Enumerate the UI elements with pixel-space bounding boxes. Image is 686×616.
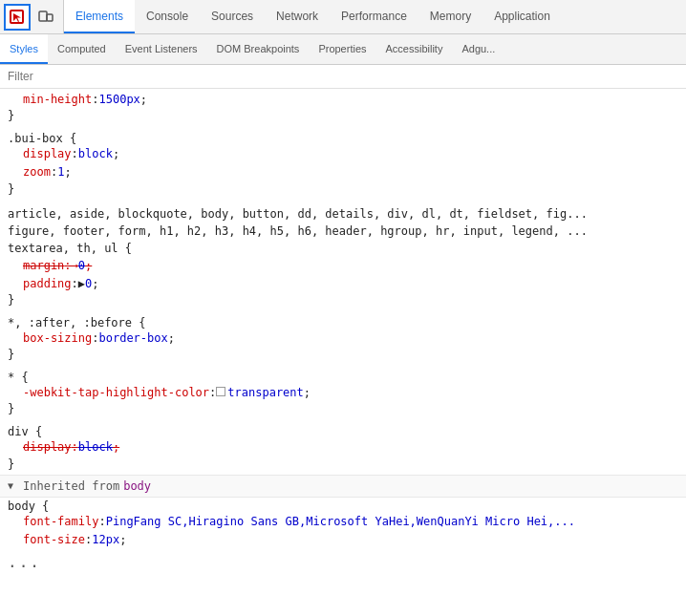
inherited-tag-label: body: [123, 479, 151, 493]
prop-line-margin: margin :→ 0 ;: [8, 257, 678, 275]
tab-network[interactable]: Network: [265, 0, 330, 33]
prop-value-webkit-tap: transparent: [227, 384, 303, 402]
prop-name-font-family: font-family: [8, 513, 98, 531]
prop-line-font-size: font-size : 12px ;: [8, 531, 678, 549]
prop-name-padding: padding: [8, 275, 72, 293]
tab-performance[interactable]: Performance: [330, 0, 418, 33]
top-nav-tabs: Elements Console Sources Network Perform…: [64, 0, 562, 33]
cursor-icon-btn[interactable]: [4, 4, 31, 31]
long-selector-text: article, aside, blockquote, body, button…: [8, 205, 678, 257]
css-rule-star-after-before: *, :after, :before { box-sizing : border…: [0, 314, 686, 365]
prop-line-min-height: min-height : 1500px ;: [8, 91, 678, 109]
subtab-computed[interactable]: Computed: [48, 34, 116, 64]
selector-star-after-before: *, :after, :before {: [8, 316, 678, 329]
subtab-dom-breakpoints[interactable]: DOM Breakpoints: [207, 34, 310, 64]
subtab-properties[interactable]: Properties: [309, 34, 375, 64]
prop-name-font-size: font-size: [8, 531, 85, 549]
prop-line-padding: padding :▶ 0 ;: [8, 275, 678, 293]
prop-name-display: display: [8, 145, 72, 163]
bottom-more-section: ···: [0, 553, 686, 579]
rule-close-brace-4: }: [8, 348, 678, 361]
subtab-styles[interactable]: Styles: [0, 34, 48, 64]
selector-body: body {: [8, 499, 678, 513]
filter-input[interactable]: [8, 70, 678, 83]
rule-close-brace-5: }: [8, 402, 678, 415]
prop-line-webkit-tap: -webkit-tap-highlight-color : transparen…: [8, 384, 678, 402]
css-rule-star: * { -webkit-tap-highlight-color : transp…: [0, 369, 686, 419]
prop-value-min-height: 1500px: [98, 91, 139, 109]
css-rule-min-height: min-height : 1500px ; }: [0, 89, 686, 126]
sub-nav: Styles Computed Event Listeners DOM Brea…: [0, 34, 686, 65]
top-nav: Elements Console Sources Network Perform…: [0, 0, 686, 34]
prop-value-margin: 0: [78, 257, 85, 275]
prop-line-display-block: display : block ;: [8, 145, 678, 163]
prop-value-div-display: block: [78, 438, 113, 457]
rule-close-brace-6: }: [8, 457, 678, 471]
prop-value-padding: 0: [85, 275, 92, 293]
selector-div: div {: [8, 425, 678, 438]
prop-name-margin: margin: [8, 257, 64, 275]
prop-value-font-size: 12px: [92, 531, 119, 549]
prop-value-box-sizing: border-box: [98, 329, 167, 348]
css-rule-long-selector: article, aside, blockquote, body, button…: [0, 203, 686, 310]
rule-close-brace-3: }: [8, 293, 678, 307]
device-toggle-btn[interactable]: [32, 4, 59, 31]
color-swatch-transparent[interactable]: [216, 387, 225, 396]
css-rule-div: div { display : block ; }: [0, 423, 686, 474]
selector-bui-box: .bui-box {: [8, 132, 678, 145]
subtab-accessibility[interactable]: Accessibility: [376, 34, 453, 64]
prop-value-display: block: [78, 145, 113, 163]
subtab-adgu[interactable]: Adgu...: [452, 34, 504, 64]
inherited-from-section: Inherited from body: [0, 475, 686, 498]
prop-line-zoom: zoom : 1 ;: [8, 163, 678, 181]
prop-name-div-display: display: [8, 438, 72, 457]
subtab-event-listeners[interactable]: Event Listeners: [116, 34, 207, 64]
prop-value-zoom: 1: [57, 163, 64, 181]
prop-line-box-sizing: box-sizing : border-box ;: [8, 329, 678, 348]
tab-sources[interactable]: Sources: [200, 0, 265, 33]
bottom-dots: ···: [8, 557, 41, 575]
prop-value-font-family: PingFang SC,Hiragino Sans GB,Microsoft Y…: [106, 513, 575, 531]
devtools-icons: [0, 0, 64, 33]
prop-name-zoom: zoom: [8, 163, 51, 181]
css-rule-bui-box: .bui-box { display : block ; zoom : 1 ; …: [0, 130, 686, 199]
prop-name-box-sizing: box-sizing: [8, 329, 92, 348]
tab-console[interactable]: Console: [135, 0, 200, 33]
css-rule-body: body { font-family : PingFang SC,Hiragin…: [0, 498, 686, 553]
tab-memory[interactable]: Memory: [418, 0, 482, 33]
filter-bar: [0, 65, 686, 89]
prop-line-font-family: font-family : PingFang SC,Hiragino Sans …: [8, 513, 678, 531]
prop-name-webkit-tap: -webkit-tap-highlight-color: [8, 384, 209, 402]
tab-application[interactable]: Application: [482, 0, 562, 33]
prop-line-div-display: display : block ;: [8, 438, 678, 457]
prop-name-min-height: min-height: [8, 91, 92, 109]
inherited-keyword-label: Inherited from: [23, 479, 119, 493]
svg-rect-2: [47, 14, 53, 21]
rule-close-brace-1: }: [8, 109, 678, 122]
svg-rect-1: [39, 11, 47, 21]
inherited-expand-arrow[interactable]: [8, 480, 19, 491]
styles-panel: min-height : 1500px ; } .bui-box { displ…: [0, 89, 686, 611]
selector-star: * {: [8, 371, 678, 384]
rule-close-brace-2: }: [8, 182, 678, 196]
tab-elements[interactable]: Elements: [64, 0, 135, 33]
